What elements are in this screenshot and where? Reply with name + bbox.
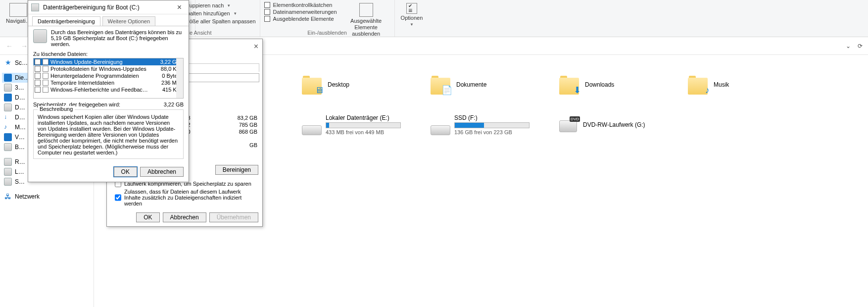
drive-icon xyxy=(33,29,47,43)
file-list-row[interactable]: ✓ Windows Update-Bereinigung 3,22 GB xyxy=(34,58,183,65)
file-list-row[interactable]: Windows-Fehlerberichte und Feedbac… 415 … xyxy=(34,86,183,93)
folder-downloads[interactable]: ⬇ Downloads xyxy=(559,75,658,95)
drive-dvd[interactable]: DVD-RW-Laufwerk (G:) xyxy=(559,114,658,135)
folder-label: Desktop xyxy=(328,81,349,88)
index-checkbox[interactable]: Zulassen, dass für Dateien auf diesem La… xyxy=(115,189,254,206)
drive-f[interactable]: SSD (F:) 136 GB frei von 223 GB xyxy=(431,114,530,135)
disk-cleanup-dialog: Datenträgerbereinigung für Boot (C:) × D… xyxy=(28,0,189,182)
drive-label: DVD-RW-Laufwerk (G:) xyxy=(583,121,645,128)
file-list-row[interactable]: Heruntergeladene Programmdateien 0 Bytes xyxy=(34,72,183,79)
folder-label: Musik xyxy=(714,81,729,88)
titlebar[interactable]: Datenträgerbereinigung für Boot (C:) × xyxy=(28,0,189,14)
window-title: Datenträgerbereinigung für Boot (C:) xyxy=(43,4,169,11)
folder-music[interactable]: ♪ Musik xyxy=(688,75,787,95)
folder-documents[interactable]: 📄 Dokumente xyxy=(431,75,530,95)
dvd-icon xyxy=(559,117,577,132)
drive-free-text: 136 GB frei von 223 GB xyxy=(454,129,530,135)
drive-e[interactable]: Lokaler Datenträger (E:) 433 MB frei von… xyxy=(302,114,401,135)
scrollbar[interactable] xyxy=(176,58,183,98)
file-list[interactable]: ✓ Windows Update-Bereinigung 3,22 GB Pro… xyxy=(33,58,184,99)
ribbon-group-show-hide: Elementkontrollkästchen Dateinamenerweit… xyxy=(260,0,395,37)
checkbox-filename-ext[interactable]: Dateinamenerweiterungen xyxy=(264,9,337,15)
checkbox[interactable] xyxy=(35,73,41,79)
cancel-button[interactable]: Abbrechen xyxy=(163,212,206,222)
file-icon xyxy=(43,73,48,79)
file-icon xyxy=(43,80,48,86)
checkbox[interactable] xyxy=(35,87,41,93)
drive-label: SSD (F:) xyxy=(454,114,530,121)
file-icon xyxy=(43,87,48,93)
file-icon xyxy=(43,66,48,72)
checkbox[interactable] xyxy=(35,66,41,72)
description-caption: Beschreibung xyxy=(38,106,75,112)
tree-network[interactable]: 🖧Netzwerk xyxy=(2,192,92,202)
close-icon[interactable]: × xyxy=(254,42,258,51)
drive-icon xyxy=(431,121,450,135)
folder-label: Downloads xyxy=(585,81,614,88)
checkbox-item-boxes[interactable]: Elementkontrollkästchen xyxy=(264,2,337,8)
file-icon xyxy=(43,59,48,65)
close-icon[interactable]: × xyxy=(173,3,186,12)
file-list-row[interactable]: Protokolldateien für Windows-Upgrades 88… xyxy=(34,65,183,72)
ribbon-group-options: Optionen▼ xyxy=(395,0,429,37)
app-icon xyxy=(31,3,39,11)
checkbox[interactable]: ✓ xyxy=(35,59,41,65)
tab-disk-cleanup[interactable]: Datenträgerbereinigung xyxy=(32,16,100,26)
address-dropdown[interactable]: ⌄ xyxy=(843,41,853,51)
file-name: Windows-Fehlerberichte und Feedbac… xyxy=(50,87,152,93)
options-button[interactable]: Optionen▼ xyxy=(399,2,425,28)
checkbox[interactable] xyxy=(35,80,41,86)
drive-icon xyxy=(302,121,322,135)
drive-free-text: 433 MB frei von 449 MB xyxy=(326,129,401,135)
cleanup-button[interactable]: Bereinigen xyxy=(215,165,258,175)
drive-usage-bar xyxy=(326,122,401,128)
drive-usage-bar xyxy=(454,122,530,128)
ribbon-group-panes: Navigati… xyxy=(0,0,28,37)
file-name: Protokolldateien für Windows-Upgrades xyxy=(50,66,152,72)
size-hint: GB xyxy=(249,142,257,148)
file-name: Windows Update-Bereinigung xyxy=(50,59,152,65)
cancel-button[interactable]: Abbrechen xyxy=(140,167,184,177)
space-freed-value: 3,22 GB xyxy=(164,102,184,107)
back-button[interactable]: ← xyxy=(3,40,16,52)
folder-desktop[interactable]: 🖥 Desktop xyxy=(302,75,401,95)
description-text: Windows speichert Kopien aller über Wind… xyxy=(38,114,179,155)
file-name: Heruntergeladene Programmdateien xyxy=(50,73,152,79)
tab-more-options[interactable]: Weitere Optionen xyxy=(102,16,155,26)
cleanup-info-text: Durch das Bereinigen des Datenträgers kö… xyxy=(51,29,184,47)
ribbon-caption-show-hide: Ein-/ausblenden xyxy=(260,30,394,36)
checkbox-hidden-items[interactable]: Ausgeblendete Elemente xyxy=(264,16,337,22)
file-name: Temporäre Internetdateien xyxy=(50,80,152,86)
apply-button[interactable]: Übernehmen xyxy=(209,212,258,222)
folder-label: Dokumente xyxy=(456,81,486,88)
ok-button[interactable]: OK xyxy=(136,212,159,222)
refresh-button[interactable]: ⟳ xyxy=(855,41,865,51)
files-to-delete-label: Zu löschende Dateien: xyxy=(33,51,184,57)
file-list-row[interactable]: Temporäre Internetdateien 236 MB xyxy=(34,79,183,86)
ok-button[interactable]: OK xyxy=(114,167,137,177)
description-group: Beschreibung Windows speichert Kopien al… xyxy=(33,109,184,159)
drive-label: Lokaler Datenträger (E:) xyxy=(326,114,401,121)
